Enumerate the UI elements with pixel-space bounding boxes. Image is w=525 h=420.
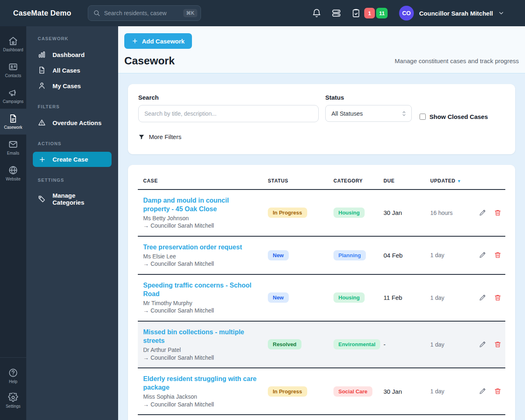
delete-button[interactable] (494, 387, 502, 395)
trash-icon (494, 209, 502, 217)
edit-button[interactable] (479, 251, 487, 259)
sidebar-item-all-cases[interactable]: All Cases (33, 62, 112, 78)
table-row: Council tax arrears - vulnerable residen… (138, 415, 505, 420)
category-badge: Housing (333, 208, 365, 218)
case-assignee: → Councillor Sarah Mitchell (143, 307, 257, 314)
case-contact: Dr Arthur Patel (143, 346, 257, 354)
file-icon (38, 66, 46, 74)
global-search[interactable]: ⌘K (88, 5, 201, 21)
updated-ago: 16 hours (425, 210, 473, 216)
rail-item-campaigns[interactable]: Campaigns (0, 83, 26, 109)
rail-item-website[interactable]: Website (0, 160, 26, 186)
clipboard-check-icon[interactable] (351, 8, 361, 18)
plus-icon (132, 38, 138, 44)
user-name[interactable]: Councillor Sarah Mitchell (419, 10, 493, 17)
case-search-input[interactable] (138, 105, 319, 122)
rail-item-dashboard[interactable]: Dashboard (0, 31, 26, 57)
add-casework-button[interactable]: Add Casework (124, 33, 192, 49)
category-badge: Housing (333, 292, 365, 303)
case-title-link[interactable]: Damp and mould in council property - 45 … (143, 196, 257, 213)
pencil-icon (479, 251, 486, 259)
rail-item-contacts[interactable]: Contacts (0, 57, 26, 83)
globe-icon (8, 165, 18, 175)
rail-item-emails[interactable]: Emails (0, 135, 26, 160)
rail-item-casework[interactable]: Casework (0, 109, 26, 135)
page-title: Casework (124, 55, 175, 67)
status-badge: In Progress (268, 208, 307, 218)
due-date: 30 Jan (378, 388, 425, 395)
search-label: Search (138, 94, 319, 101)
green-count-badge[interactable]: 11 (376, 8, 388, 18)
updated-ago: 1 day (425, 388, 473, 395)
col-header-case[interactable]: CASE (138, 175, 262, 189)
search-icon (93, 9, 100, 17)
sidebar-item-dashboard[interactable]: Dashboard (33, 47, 112, 62)
case-file-icon (8, 114, 18, 123)
sidebar-item-overdue-actions[interactable]: Overdue Actions (33, 115, 112, 130)
category-badge: Planning (333, 250, 366, 260)
col-header-status[interactable]: STATUS (262, 175, 328, 189)
edit-button[interactable] (479, 209, 487, 217)
table-row: Speeding traffic concerns - School Road … (138, 275, 505, 322)
col-header-due[interactable]: DUE (378, 175, 425, 189)
filter-search-field: Search (138, 94, 319, 122)
create-case-button[interactable]: Create Case (33, 152, 112, 167)
case-assignee: → Councillor Sarah Mitchell (143, 401, 257, 408)
sidebar-section-filters: FILTERS (38, 104, 112, 109)
bell-icon[interactable] (312, 8, 322, 18)
sidebar-item-my-cases[interactable]: My Cases (33, 78, 112, 94)
funnel-icon (138, 134, 145, 140)
case-title-link[interactable]: Speeding traffic concerns - School Road (143, 281, 257, 298)
rail-item-settings[interactable]: Settings (0, 388, 26, 413)
more-filters-button[interactable]: More Filters (138, 133, 181, 140)
status-select[interactable]: All Statuses (325, 105, 412, 122)
updated-ago: 1 day (425, 341, 473, 348)
filter-card: Search Status All Statuses (128, 84, 515, 154)
edit-button[interactable] (479, 387, 487, 395)
megaphone-icon (8, 88, 18, 98)
chevron-down-icon[interactable] (498, 10, 504, 16)
status-label: Status (325, 94, 412, 101)
col-header-updated[interactable]: UPDATED▼ (425, 175, 473, 189)
top-header: CaseMate Demo ⌘K 1 11 CO Councillor (0, 0, 525, 26)
bar-chart-icon (38, 50, 46, 59)
tag-icon (38, 195, 46, 203)
col-header-category[interactable]: CATEGORY (328, 175, 378, 189)
plus-icon (39, 156, 46, 163)
user-avatar[interactable]: CO (399, 6, 414, 21)
server-icon[interactable] (331, 8, 341, 18)
sidebar: CASEWORK Dashboard All Cases My Cases FI… (26, 26, 118, 420)
delete-button[interactable] (494, 209, 502, 217)
delete-button[interactable] (494, 251, 502, 259)
delete-button[interactable] (494, 294, 502, 302)
icon-rail: Dashboard Contacts Campaigns Casework Em… (0, 26, 26, 420)
due-date: - (378, 341, 425, 348)
case-title-link[interactable]: Elderly resident struggling with care pa… (143, 374, 257, 392)
sidebar-section-actions: ACTIONS (38, 141, 112, 146)
col-header-actions (473, 178, 505, 186)
edit-button[interactable] (479, 294, 487, 302)
show-closed-checkbox[interactable] (420, 114, 426, 120)
sidebar-item-manage-categories[interactable]: Manage Categories (33, 188, 112, 210)
global-search-input[interactable] (104, 10, 180, 16)
edit-button[interactable] (479, 340, 487, 349)
app-window: CaseMate Demo ⌘K 1 11 CO Councillor (0, 0, 525, 420)
pencil-icon (479, 294, 486, 301)
case-title-link[interactable]: Missed bin collections - multiple street… (143, 328, 257, 345)
trash-icon (494, 251, 502, 259)
trash-icon (494, 387, 502, 395)
topbar-right-cluster: 1 11 CO Councillor Sarah Mitchell (302, 6, 504, 21)
home-icon (8, 36, 18, 46)
case-assignee: → Councillor Sarah Mitchell (143, 222, 257, 229)
sidebar-section-casework: CASEWORK (38, 36, 112, 41)
rail-item-help[interactable]: Help (0, 363, 26, 388)
updated-ago: 1 day (425, 294, 473, 301)
show-closed-cases-toggle[interactable]: Show Closed Cases (420, 113, 488, 120)
delete-button[interactable] (494, 340, 502, 349)
status-badge: New (268, 292, 289, 303)
case-title-link[interactable]: Tree preservation order request (143, 243, 257, 251)
sidebar-section-settings: SETTINGS (38, 178, 112, 183)
warning-triangle-icon (38, 119, 46, 127)
page-header: Add Casework Casework Manage constituent… (118, 26, 525, 73)
red-count-badge[interactable]: 1 (364, 8, 375, 18)
